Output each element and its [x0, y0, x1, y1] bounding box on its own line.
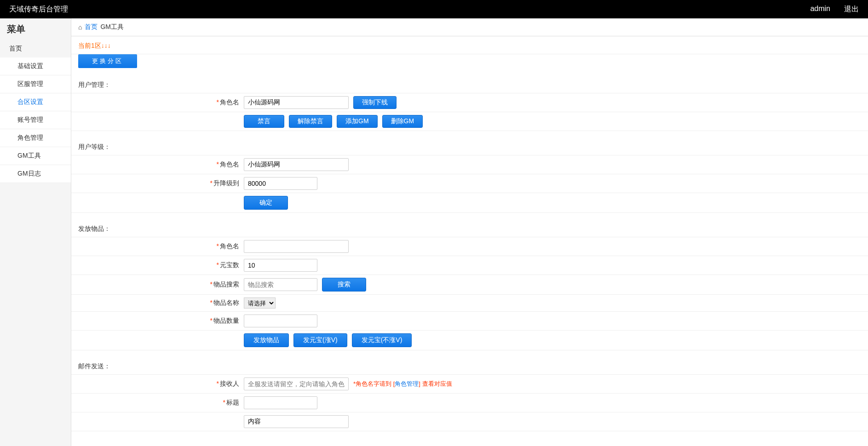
header: 天域传奇后台管理 admin 退出	[0, 0, 868, 18]
change-zone-button[interactable]: 更换分区	[78, 54, 137, 68]
gi-role-label: 角色名	[220, 242, 239, 250]
mute-button[interactable]: 禁言	[244, 115, 284, 128]
mail-section: 邮件发送： *接收人 *角色名字请到 [角色管理] 查看对应值 *标题	[71, 359, 868, 431]
ul-level-label: 升降级到	[213, 179, 239, 187]
gi-search-label: 物品搜索	[213, 280, 239, 288]
mail-recipient-label: 接收人	[220, 380, 239, 387]
give-yuanbao-vip-button[interactable]: 发元宝(涨V)	[293, 333, 347, 347]
give-yuanbao-novip-button[interactable]: 发元宝(不涨V)	[352, 333, 412, 347]
ul-confirm-button[interactable]: 确定	[244, 196, 288, 210]
user-manage-section: 用户管理： *角色名 强制下线 禁言 解除禁言 添加GM 删除GM	[71, 77, 868, 131]
main-content: ⌂ 首页 GM工具 当前1区↓↓↓ 更换分区 用户管理： *角色名 强制下线 禁…	[71, 18, 868, 446]
sidebar: 菜单 首页 基础设置 区服管理 合区设置 账号管理 角色管理 GM工具 GM日志	[0, 18, 71, 446]
user-manage-title: 用户管理：	[71, 77, 868, 93]
app-title: 天域传奇后台管理	[9, 5, 68, 14]
breadcrumb: ⌂ 首页 GM工具	[71, 18, 868, 36]
give-item-title: 发放物品：	[71, 221, 868, 237]
current-zone-label: 当前1区↓↓↓	[71, 36, 868, 54]
sidebar-item-role-manage[interactable]: 角色管理	[0, 129, 71, 147]
sidebar-item-basic-settings[interactable]: 基础设置	[0, 57, 71, 75]
remove-gm-button[interactable]: 删除GM	[382, 115, 423, 128]
gi-item-count-label: 物品数量	[213, 317, 239, 324]
unmute-button[interactable]: 解除禁言	[289, 115, 332, 128]
sidebar-item-zone-manage[interactable]: 区服管理	[0, 75, 71, 93]
gi-search-button[interactable]: 搜索	[322, 278, 366, 292]
force-offline-button[interactable]: 强制下线	[353, 96, 397, 109]
ul-level-input[interactable]	[244, 177, 317, 190]
user-level-title: 用户等级：	[71, 139, 868, 155]
mail-subject-input[interactable]	[244, 396, 317, 409]
gi-item-name-label: 物品名称	[213, 299, 239, 306]
breadcrumb-current: GM工具	[100, 23, 124, 31]
logout-link[interactable]: 退出	[844, 5, 859, 14]
mail-subject-label: 标题	[226, 399, 239, 406]
breadcrumb-home[interactable]: 首页	[85, 23, 98, 31]
header-right: admin 退出	[810, 5, 859, 14]
mail-hint-link[interactable]: 角色管理	[395, 380, 419, 387]
mail-hint: *角色名字请到 [角色管理] 查看对应值	[353, 380, 452, 388]
sidebar-home[interactable]: 首页	[0, 40, 71, 57]
gi-item-count-input[interactable]	[244, 314, 317, 327]
gi-search-input[interactable]	[244, 278, 317, 291]
mail-title: 邮件发送：	[71, 359, 868, 374]
sidebar-item-account-manage[interactable]: 账号管理	[0, 111, 71, 129]
add-gm-button[interactable]: 添加GM	[337, 115, 378, 128]
um-role-label: 角色名	[220, 98, 239, 106]
gi-yuanbao-label: 元宝数	[220, 261, 239, 269]
sidebar-item-merge-settings[interactable]: 合区设置	[0, 93, 71, 111]
gi-item-name-select[interactable]: 请选择	[244, 297, 276, 309]
mail-recipient-input[interactable]	[244, 377, 349, 390]
sidebar-title: 菜单	[0, 18, 71, 40]
give-item-button[interactable]: 发放物品	[244, 333, 289, 347]
user-level-section: 用户等级： *角色名 *升降级到 确定	[71, 139, 868, 213]
gi-role-input[interactable]	[244, 240, 349, 253]
sidebar-item-gm-logs[interactable]: GM日志	[0, 165, 71, 183]
give-item-section: 发放物品： *角色名 *元宝数 *物品搜索 搜索	[71, 221, 868, 350]
user-link[interactable]: admin	[810, 5, 830, 14]
um-role-input[interactable]	[244, 96, 349, 109]
mail-content-input[interactable]	[244, 415, 349, 428]
gi-yuanbao-input[interactable]	[244, 259, 317, 272]
sidebar-item-gm-tools[interactable]: GM工具	[0, 147, 71, 165]
home-icon: ⌂	[78, 23, 82, 31]
ul-role-input[interactable]	[244, 158, 349, 171]
ul-role-label: 角色名	[220, 160, 239, 168]
